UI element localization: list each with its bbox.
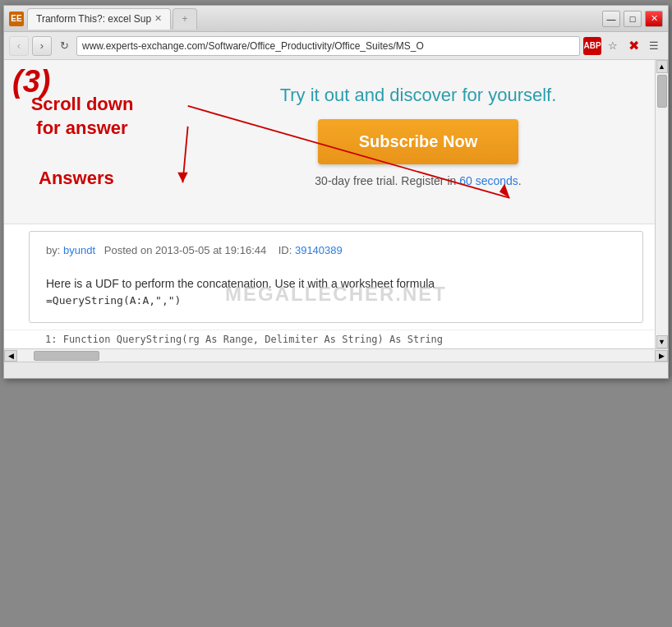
trial-link[interactable]: 60 seconds — [459, 174, 518, 187]
answers-body: Here is a UDF to perform the concatenati… — [46, 274, 626, 310]
page-area: (3) Scroll downfor answer Answers Try it… — [4, 60, 668, 348]
address-bar: ‹ › ↻ ABP ☆ ✖ ☰ — [4, 32, 668, 60]
answers-id: 39140389 — [295, 244, 343, 256]
annotation-answers-label: Answers — [39, 168, 114, 189]
svg-marker-1 — [177, 173, 187, 182]
close-button[interactable]: ✕ — [645, 11, 663, 27]
horizontal-scrollbar[interactable]: ◀ ▶ — [4, 348, 668, 362]
extension-icon[interactable]: ✖ — [624, 37, 642, 55]
tab-label: Tranform This?: excel Sup — [36, 13, 151, 25]
browser-window: EE Tranform This?: excel Sup ✕ + — □ ✕ ‹… — [3, 5, 669, 379]
refresh-button[interactable]: ↻ — [55, 37, 73, 55]
vertical-scrollbar[interactable]: ▲ ▼ — [655, 60, 668, 348]
answers-meta: by: byundt Posted on 2013-05-05 at 19:16… — [46, 244, 626, 263]
browser-icon: EE — [9, 12, 24, 26]
hscroll-thumb[interactable] — [34, 351, 99, 361]
hscroll-left-button[interactable]: ◀ — [4, 350, 17, 362]
cta-block: Try it out and discover for yourself. Su… — [280, 76, 557, 187]
tab-bar: Tranform This?: excel Sup ✕ + — [27, 8, 602, 30]
code-line: 1: Function QueryString(rg As Range, Del… — [4, 330, 668, 348]
content-area: (3) Scroll downfor answer Answers Try it… — [4, 60, 668, 224]
annotation-number: (3) — [12, 64, 50, 99]
maximize-button[interactable]: □ — [624, 11, 642, 27]
back-button[interactable]: ‹ — [9, 36, 29, 56]
tab-close-button[interactable]: ✕ — [154, 13, 162, 24]
content-headline: Try it out and discover for yourself. — [280, 85, 557, 106]
svg-line-0 — [182, 127, 187, 182]
forward-button[interactable]: › — [32, 36, 52, 56]
scroll-down-button[interactable]: ▼ — [656, 335, 668, 348]
bookmark-star-icon[interactable]: ☆ — [604, 37, 622, 55]
answers-formula: =QueryString(A:A,",") — [46, 293, 626, 310]
window-controls: — □ ✕ — [602, 11, 663, 27]
scroll-up-button[interactable]: ▲ — [656, 60, 668, 73]
minimize-button[interactable]: — — [602, 11, 620, 27]
hscroll-right-button[interactable]: ▶ — [655, 350, 668, 362]
trial-text: 30-day free trial. Register in 60 second… — [315, 174, 521, 187]
adblock-icon[interactable]: ABP — [583, 37, 601, 55]
titlebar: EE Tranform This?: excel Sup ✕ + — □ ✕ — [4, 6, 668, 32]
subscribe-button[interactable]: Subscribe Now — [318, 119, 518, 164]
new-tab-button[interactable]: + — [173, 8, 197, 30]
annotation-scroll-text: Scroll downfor answer — [16, 93, 148, 140]
toolbar-icons: ABP ☆ ✖ ☰ — [583, 37, 663, 55]
active-tab[interactable]: Tranform This?: excel Sup ✕ — [27, 8, 171, 30]
scroll-thumb[interactable] — [657, 75, 667, 108]
address-input[interactable] — [76, 36, 580, 56]
status-bar — [4, 362, 668, 378]
answers-card: by: byundt Posted on 2013-05-05 at 19:16… — [29, 231, 643, 323]
menu-icon[interactable]: ☰ — [645, 37, 663, 55]
answers-username: byundt — [63, 244, 95, 256]
